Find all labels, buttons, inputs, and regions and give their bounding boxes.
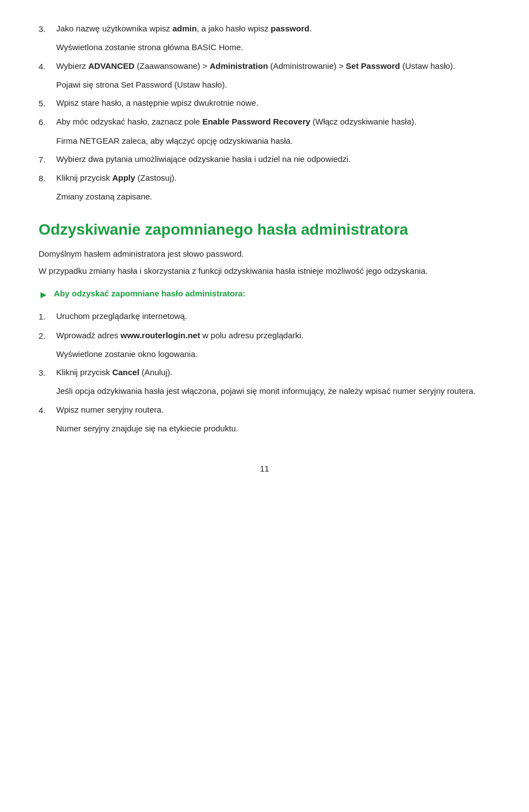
bottom-item-number-4: 4.: [39, 403, 56, 416]
netgear-text: Firma NETGEAR zaleca, aby włączyć opcję …: [56, 136, 293, 145]
bottom-list-item-okno: Wyświetlone zostanie okno logowania.: [39, 348, 490, 360]
list-item-3: 3. Jako nazwę użytkownika wpisz admin, a…: [39, 22, 490, 35]
jesli-text: Jeśli opcja odzykiwania hasła jest włącz…: [56, 386, 476, 396]
list-item-pojawi: Pojawi się strona Set Password (Ustaw ha…: [39, 78, 490, 91]
list-item-4: 4. Wybierz ADVANCED (Zaawansowane) > Adm…: [39, 59, 490, 73]
numer-text: Numer seryjny znajduje się na etykiecie …: [56, 424, 238, 433]
page-number: 11: [39, 462, 490, 475]
subsection-arrow-block: ► Aby odzyskać zapomniane hasło administ…: [39, 287, 490, 303]
bottom-item-1-text: Uruchom przeglądarkę internetową.: [56, 311, 187, 321]
bottom-item-number-1: 1.: [39, 310, 56, 323]
item-5-text: Wpisz stare hasło, a następnie wpisz dwu…: [56, 98, 258, 107]
list-item-basic-home: Wyświetlona zostanie strona główna BASIC…: [39, 41, 490, 53]
item-number-blank-1: [39, 41, 56, 41]
bottom-item-number-3: 3.: [39, 366, 56, 379]
bottom-list-item-1: 1. Uruchom przeglądarkę internetową.: [39, 310, 490, 323]
section-heading: Odzyskiwanie zapomnianego hasła administ…: [39, 220, 490, 240]
arrow-icon: ►: [39, 288, 48, 303]
bottom-item-number-2: 2.: [39, 329, 56, 342]
bottom-list-item-jesli: Jeśli opcja odzykiwania hasła jest włącz…: [39, 385, 490, 397]
pojawi-text: Pojawi się strona Set Password (Ustaw ha…: [56, 80, 227, 89]
okno-text: Wyświetlone zostanie okno logowania.: [56, 349, 198, 359]
zmiany-text: Zmiany zostaną zapisane.: [56, 192, 152, 201]
item-content-3: Jako nazwę użytkownika wpisz admin, a ja…: [56, 22, 490, 35]
item-number-5: 5.: [39, 96, 56, 110]
section-intro-1: Domyślnym hasłem administratora jest sło…: [39, 247, 490, 260]
item-number-3: 3.: [39, 22, 56, 35]
item-number-6: 6.: [39, 115, 56, 128]
bottom-list-item-3: 3. Kliknij przycisk Cancel (Anuluj).: [39, 366, 490, 379]
item-number-8: 8.: [39, 171, 56, 185]
item-number-4: 4.: [39, 59, 56, 73]
bottom-list-item-4: 4. Wpisz numer seryjny routera.: [39, 403, 490, 416]
bottom-item-4-text: Wpisz numer seryjny routera.: [56, 405, 164, 414]
bottom-list-item-2: 2. Wprowadź adres www.routerlogin.net w …: [39, 329, 490, 342]
subsection-label: Aby odzyskać zapomniane hasło administra…: [54, 287, 246, 300]
list-item-6: 6. Aby móc odzyskać hasło, zaznacz pole …: [39, 115, 490, 128]
item-7-text: Wybierz dwa pytania umożliwiające odzysk…: [56, 154, 350, 164]
list-item-8: 8. Kliknij przycisk Apply (Zastosuj).: [39, 171, 490, 185]
list-item-zmiany: Zmiany zostaną zapisane.: [39, 190, 490, 203]
list-item-7: 7. Wybierz dwa pytania umożliwiające odz…: [39, 153, 490, 166]
item-number-7: 7.: [39, 153, 56, 166]
section-intro-2: W przypadku zmiany hasła i skorzystania …: [39, 264, 490, 277]
list-item-5: 5. Wpisz stare hasło, a następnie wpisz …: [39, 96, 490, 110]
basic-home-text: Wyświetlona zostanie strona główna BASIC…: [56, 42, 243, 52]
list-item-netgear: Firma NETGEAR zaleca, aby włączyć opcję …: [39, 134, 490, 147]
bottom-list-item-numer: Numer seryjny znajduje się na etykiecie …: [39, 422, 490, 435]
